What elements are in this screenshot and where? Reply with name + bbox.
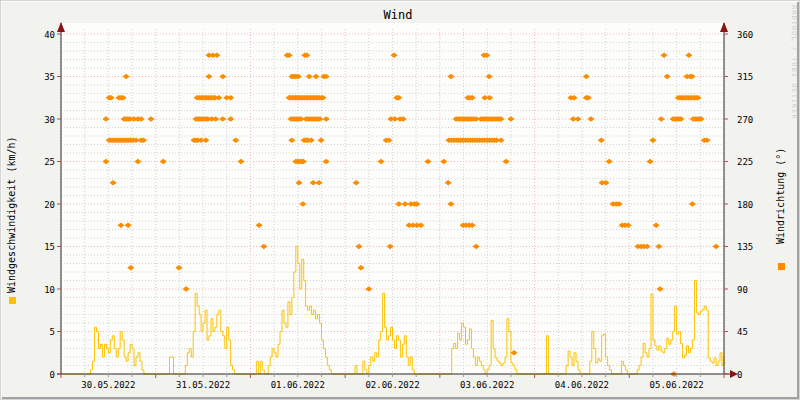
svg-text:25: 25 [44,157,55,167]
plot-area: 0510152025303540045901351802252703153603… [1,1,800,400]
svg-text:35: 35 [44,72,55,82]
svg-text:135: 135 [737,242,753,252]
svg-text:225: 225 [737,157,753,167]
svg-text:04.06.2022: 04.06.2022 [555,380,609,390]
svg-text:180: 180 [737,200,753,210]
svg-text:40: 40 [44,30,55,40]
svg-text:30: 30 [44,115,55,125]
svg-text:01.06.2022: 01.06.2022 [271,380,325,390]
svg-text:0: 0 [737,370,742,380]
svg-text:0: 0 [50,370,55,380]
svg-text:5: 5 [50,327,55,337]
svg-text:90: 90 [737,285,748,295]
svg-text:360: 360 [737,30,753,40]
svg-text:05.06.2022: 05.06.2022 [650,380,704,390]
svg-text:45: 45 [737,327,748,337]
svg-text:03.06.2022: 03.06.2022 [460,380,514,390]
svg-text:30.05.2022: 30.05.2022 [81,380,135,390]
svg-text:15: 15 [44,242,55,252]
svg-text:10: 10 [44,285,55,295]
wind-chart: Wind Windgeschwindigkeit (km/h) Windrich… [0,0,800,400]
svg-text:315: 315 [737,72,753,82]
svg-text:20: 20 [44,200,55,210]
svg-text:02.06.2022: 02.06.2022 [365,380,419,390]
svg-text:31.05.2022: 31.05.2022 [176,380,230,390]
svg-text:270: 270 [737,115,753,125]
